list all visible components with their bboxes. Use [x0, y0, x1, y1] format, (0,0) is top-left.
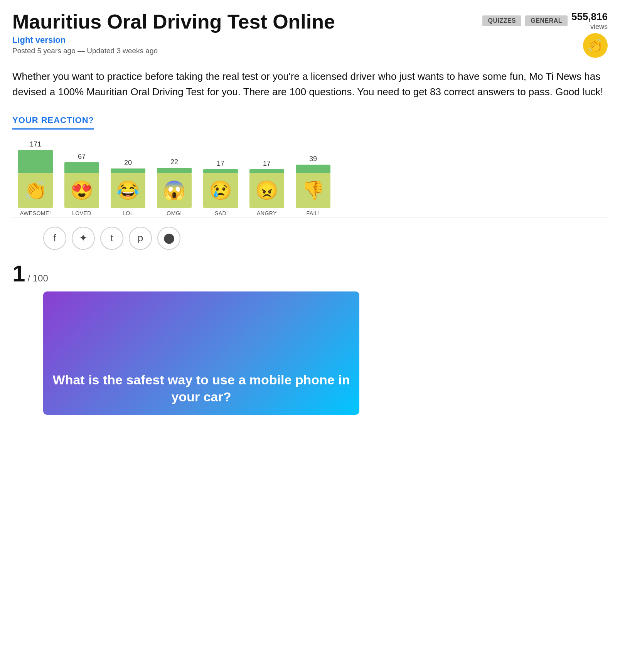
question-number: 1: [12, 262, 25, 285]
reaction-bar: [64, 162, 99, 173]
reaction-bar: [296, 165, 330, 173]
reaction-count: 20: [124, 159, 132, 167]
reaction-emoji: 😱: [157, 173, 192, 208]
reaction-label: FAIL!: [306, 210, 320, 216]
title-block: Mauritius Oral Driving Test Online Light…: [12, 11, 473, 55]
reaction-count: 17: [263, 160, 271, 168]
reaction-item-loved[interactable]: 67 😍 LOVED: [59, 153, 105, 216]
reaction-label: OMG!: [167, 210, 182, 216]
facebook-share-button[interactable]: f: [43, 227, 66, 250]
page-header: Mauritius Oral Driving Test Online Light…: [12, 11, 608, 58]
reaction-label: LOVED: [72, 210, 91, 216]
reaction-title: YOUR REACTION?: [12, 115, 94, 130]
reaction-count: 39: [309, 155, 317, 163]
description-text: Whether you want to practice before taki…: [12, 69, 608, 100]
reaction-emoji: 👏: [18, 173, 53, 208]
reaction-count: 67: [78, 153, 86, 161]
views-label: views: [571, 23, 608, 31]
reaction-bar: [203, 169, 238, 173]
pinterest-share-button[interactable]: p: [129, 227, 152, 250]
reaction-item-awesome[interactable]: 171 👏 AWESOME!: [12, 140, 59, 216]
reaction-count: 17: [217, 160, 224, 168]
reaction-emoji: 👎: [296, 173, 330, 208]
question-text: What is the safest way to use a mobile p…: [52, 371, 350, 405]
reaction-emoji: 😍: [64, 173, 99, 208]
reaction-item-lol[interactable]: 20 😂 LOL: [105, 159, 151, 216]
reaction-count: 22: [170, 158, 178, 166]
header-right: QUIZZES GENERAL 555,816 views 👏: [482, 11, 608, 58]
page-title: Mauritius Oral Driving Test Online: [12, 11, 473, 33]
tag-quizzes[interactable]: QUIZZES: [482, 15, 521, 26]
views-block: 555,816 views: [571, 11, 608, 31]
question-image-area: What is the safest way to use a mobile p…: [43, 291, 359, 415]
views-count: 555,816: [571, 11, 608, 23]
reactions-row: 171 👏 AWESOME! 67 😍 LOVED 20 😂 LOL 22 😱 …: [12, 140, 608, 216]
light-version-link[interactable]: Light version: [12, 35, 473, 45]
reaction-emoji: 😢: [203, 173, 238, 208]
reaction-bar-area: 171 👏 AWESOME! 67 😍 LOVED 20 😂 LOL 22 😱 …: [12, 140, 608, 217]
reaction-label: AWESOME!: [20, 210, 51, 216]
reaction-item-fail[interactable]: 39 👎 FAIL!: [290, 155, 336, 216]
reaction-label: ANGRY: [257, 210, 277, 216]
question-of-label: / 100: [27, 273, 48, 284]
reaction-bar: [18, 150, 53, 173]
tumblr-share-button[interactable]: t: [100, 227, 123, 250]
tag-general[interactable]: GENERAL: [525, 15, 568, 26]
reaction-emoji: 😂: [111, 173, 145, 208]
social-share-row: f✦tp⬤: [43, 227, 608, 250]
twitter-share-button[interactable]: ✦: [72, 227, 95, 250]
avatar: 👏: [583, 33, 608, 58]
reaction-section: YOUR REACTION? 171 👏 AWESOME! 67 😍 LOVED…: [12, 115, 608, 250]
reaction-bar: [249, 169, 284, 173]
reaction-item-omg[interactable]: 22 😱 OMG!: [151, 158, 197, 216]
reaction-bar: [157, 168, 192, 173]
reaction-label: SAD: [215, 210, 226, 216]
reaction-item-sad[interactable]: 17 😢 SAD: [197, 160, 244, 216]
reaction-count: 171: [30, 140, 41, 148]
top-right-row: QUIZZES GENERAL 555,816 views: [482, 11, 608, 31]
reaction-bar: [111, 168, 145, 173]
reaction-emoji: 😠: [249, 173, 284, 208]
reaction-item-angry[interactable]: 17 😠 ANGRY: [244, 160, 290, 216]
reaction-label: LOL: [123, 210, 133, 216]
reddit-share-button[interactable]: ⬤: [157, 227, 180, 250]
meta-text: Posted 5 years ago — Updated 3 weeks ago: [12, 47, 158, 55]
question-counter-row: 1 / 100: [12, 262, 608, 285]
